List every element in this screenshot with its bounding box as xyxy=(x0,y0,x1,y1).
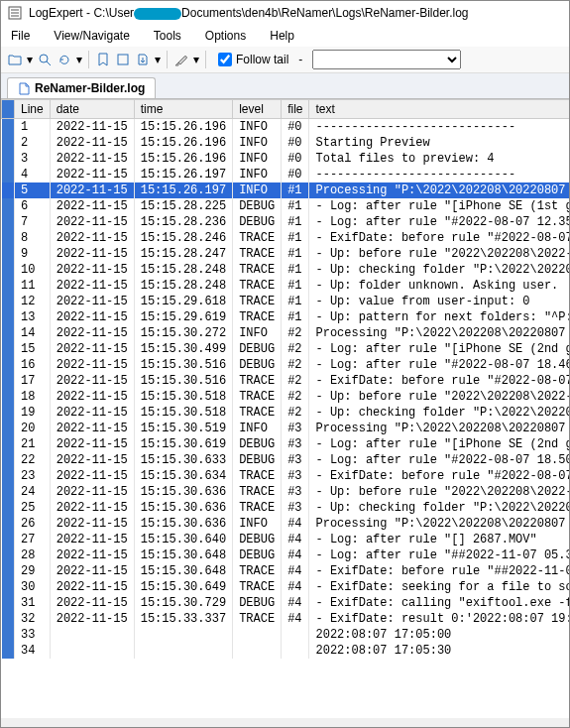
table-row[interactable]: 262022-11-1515:15.30.636INFO#4Processing… xyxy=(2,516,570,532)
title-text: LogExpert - C:\UserDocuments\den4b\ReNam… xyxy=(29,6,469,20)
table-row[interactable]: 332022:08:07 17:05:00 xyxy=(2,627,570,643)
table-row[interactable]: 12022-11-1515:15.26.196INFO#0-----------… xyxy=(2,119,570,136)
table-row[interactable]: 192022-11-1515:15.30.518TRACE#2- Up: che… xyxy=(2,405,570,421)
svg-line-5 xyxy=(47,61,51,65)
table-row[interactable]: 112022-11-1515:15.28.248TRACE#1- Up: fol… xyxy=(2,278,570,294)
table-row[interactable]: 252022-11-1515:15.30.636TRACE#3- Up: che… xyxy=(2,500,570,516)
redacted-user xyxy=(134,8,181,20)
search-icon[interactable] xyxy=(37,52,53,67)
menu-options[interactable]: Options xyxy=(201,27,250,45)
table-row[interactable]: 82022-11-1515:15.28.246TRACE#1- ExifDate… xyxy=(2,230,570,246)
toolbar: ▾ ▾ ▾ ▾ Follow tail - xyxy=(1,47,569,73)
table-row[interactable]: 292022-11-1515:15.30.648TRACE#4- ExifDat… xyxy=(2,563,570,579)
log-table: Line date time level file text 12022-11-… xyxy=(1,99,569,659)
menu-view-navigate[interactable]: View/Navigate xyxy=(50,27,134,45)
svg-point-4 xyxy=(40,55,48,62)
refresh-icon[interactable] xyxy=(57,52,72,67)
open-icon[interactable] xyxy=(7,52,23,67)
svg-rect-6 xyxy=(118,55,128,64)
filter-icon[interactable] xyxy=(115,52,131,67)
table-row[interactable]: 242022-11-1515:15.30.636TRACE#3- Up: bef… xyxy=(2,484,570,500)
bookmark-icon[interactable] xyxy=(95,52,111,67)
document-icon xyxy=(18,82,30,94)
col-level[interactable]: level xyxy=(233,100,282,119)
col-time[interactable]: time xyxy=(134,100,232,119)
table-row[interactable]: 302022-11-1515:15.30.649TRACE#4- ExifDat… xyxy=(2,579,570,595)
separator xyxy=(167,51,168,68)
log-table-container[interactable]: Line date time level file text 12022-11-… xyxy=(1,99,569,718)
table-row[interactable]: 212022-11-1515:15.30.619DEBUG#3- Log: af… xyxy=(2,436,570,452)
table-row[interactable]: 232022-11-1515:15.30.634TRACE#3- ExifDat… xyxy=(2,468,570,484)
table-row[interactable]: 272022-11-1515:15.30.640DEBUG#4- Log: af… xyxy=(2,532,570,547)
menu-bar: File View/Navigate Tools Options Help xyxy=(1,25,569,47)
dash-label: - xyxy=(298,53,302,66)
table-row[interactable]: 322022-11-1515:15.33.337TRACE#4- ExifDat… xyxy=(2,611,570,627)
tab-bar: ReNamer-Bilder.log xyxy=(1,73,569,99)
tab-label: ReNamer-Bilder.log xyxy=(35,81,145,95)
table-row[interactable]: 142022-11-1515:15.30.272INFO#2Processing… xyxy=(2,325,570,341)
table-row[interactable]: 152022-11-1515:15.30.499DEBUG#2- Log: af… xyxy=(2,341,570,357)
table-row[interactable]: 132022-11-1515:15.29.619TRACE#1- Up: pat… xyxy=(2,309,570,325)
col-date[interactable]: date xyxy=(50,100,134,119)
menu-help[interactable]: Help xyxy=(266,27,298,45)
table-row[interactable]: 172022-11-1515:15.30.516TRACE#2- ExifDat… xyxy=(2,373,570,389)
tab-log-file[interactable]: ReNamer-Bilder.log xyxy=(7,77,156,98)
table-row[interactable]: 182022-11-1515:15.30.518TRACE#2- Up: bef… xyxy=(2,389,570,405)
col-file[interactable]: file xyxy=(282,100,309,119)
toolbar-combo[interactable] xyxy=(312,50,461,69)
table-row[interactable]: 342022:08:07 17:05:30 xyxy=(2,643,570,659)
table-row[interactable]: 32022-11-1515:15.26.196INFO#0Total files… xyxy=(2,151,570,167)
table-row[interactable]: 42022-11-1515:15.26.197INFO#0-----------… xyxy=(2,167,570,182)
table-row[interactable]: 62022-11-1515:15.28.225DEBUG#1- Log: aft… xyxy=(2,198,570,214)
menu-file[interactable]: File xyxy=(7,27,34,45)
table-row[interactable]: 72022-11-1515:15.28.236DEBUG#1- Log: aft… xyxy=(2,214,570,230)
col-line[interactable]: Line xyxy=(15,100,51,119)
menu-tools[interactable]: Tools xyxy=(150,27,185,45)
table-row[interactable]: 92022-11-1515:15.28.247TRACE#1- Up: befo… xyxy=(2,246,570,262)
separator xyxy=(88,51,89,68)
title-bar: LogExpert - C:\UserDocuments\den4b\ReNam… xyxy=(1,1,569,25)
table-row[interactable]: 282022-11-1515:15.30.648DEBUG#4- Log: af… xyxy=(2,547,570,563)
table-row[interactable]: 22022-11-1515:15.26.196INFO#0Starting Pr… xyxy=(2,135,570,151)
highlight-icon[interactable] xyxy=(173,52,189,67)
table-row[interactable]: 52022-11-1515:15.26.197INFO#1Processing … xyxy=(2,182,570,198)
follow-tail-toggle[interactable]: Follow tail xyxy=(218,53,288,66)
follow-tail-checkbox[interactable] xyxy=(218,53,232,66)
table-row[interactable]: 162022-11-1515:15.30.516DEBUG#2- Log: af… xyxy=(2,357,570,373)
export-icon[interactable] xyxy=(135,52,151,67)
table-row[interactable]: 102022-11-1515:15.28.248TRACE#1- Up: che… xyxy=(2,262,570,278)
table-row[interactable]: 122022-11-1515:15.29.618TRACE#1- Up: val… xyxy=(2,294,570,309)
app-icon xyxy=(7,5,23,21)
follow-tail-label: Follow tail xyxy=(236,53,288,66)
table-row[interactable]: 202022-11-1515:15.30.519INFO#3Processing… xyxy=(2,421,570,436)
separator xyxy=(205,51,206,68)
table-row[interactable]: 312022-11-1515:15.30.729DEBUG#4- ExifDat… xyxy=(2,595,570,611)
col-select[interactable] xyxy=(2,100,15,119)
header-row: Line date time level file text xyxy=(2,100,570,119)
col-text[interactable]: text xyxy=(309,100,569,119)
table-row[interactable]: 222022-11-1515:15.30.633DEBUG#3- Log: af… xyxy=(2,452,570,468)
